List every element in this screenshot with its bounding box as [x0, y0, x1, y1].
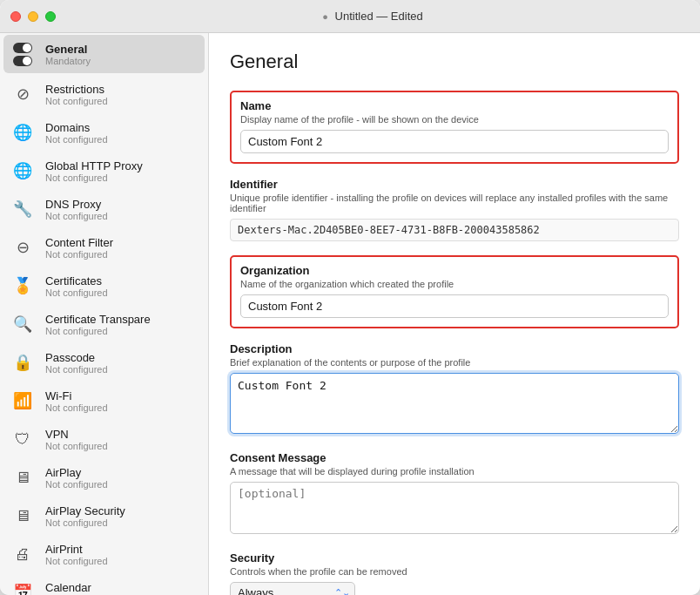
globe2-icon: 🌐 — [10, 159, 35, 183]
toggle-icon — [10, 42, 35, 66]
sidebar-item-airplay-security[interactable]: 🖥 AirPlay Security Not configured — [0, 497, 208, 535]
sidebar-item-dns-proxy[interactable]: 🔧 DNS Proxy Not configured — [0, 190, 208, 228]
consent-label: Consent Message — [230, 451, 679, 464]
close-button[interactable] — [10, 11, 21, 22]
identifier-value: Dexters-Mac.2D405BE0-8EE7-4731-B8FB-2000… — [230, 219, 679, 241]
sidebar-item-cert-transparency[interactable]: 🔍 Certificate Transpare Not configured — [0, 305, 208, 343]
globe-icon: 🌐 — [10, 120, 35, 145]
shield-icon: 🛡 — [10, 427, 35, 451]
page-title: General — [230, 51, 679, 73]
calendar-icon: 📅 — [10, 580, 35, 595]
security-label: Security — [230, 551, 679, 565]
description-field-group: Description Brief explanation of the con… — [230, 342, 679, 437]
security-select-wrapper: Always With Authorization Never ⌃⌄ — [230, 582, 355, 595]
sidebar-item-vpn[interactable]: 🛡 VPN Not configured — [0, 420, 208, 458]
sidebar-item-restrictions[interactable]: ⊘ Restrictions Not configured — [0, 75, 208, 113]
main-content: General Name Display name of the profile… — [209, 33, 700, 595]
monitor-lock-icon: 🖥 — [10, 504, 35, 528]
identifier-field-group: Identifier Unique profile identifier - i… — [230, 178, 679, 241]
window-title: ● Untitled — Edited — [56, 10, 690, 23]
lock-icon: 🔒 — [10, 350, 35, 375]
description-desc: Brief explanation of the contents or pur… — [230, 357, 679, 368]
titlebar: ● Untitled — Edited — [0, 0, 700, 33]
doc-search-icon: 🔍 — [10, 312, 35, 336]
sidebar-item-passcode[interactable]: 🔒 Passcode Not configured — [0, 343, 208, 382]
sidebar-item-wifi[interactable]: 📶 Wi-Fi Not configured — [0, 382, 208, 420]
wifi-icon: 📶 — [10, 389, 35, 413]
sidebar-item-certificates[interactable]: 🏅 Certificates Not configured — [0, 267, 208, 305]
name-input[interactable] — [240, 130, 669, 153]
sidebar-item-general[interactable]: General Mandatory — [3, 35, 205, 73]
sidebar-item-content-filter[interactable]: ⊖ Content Filter Not configured — [0, 228, 208, 267]
badge-icon: 🏅 — [10, 274, 35, 298]
sidebar-item-domains[interactable]: 🌐 Domains Not configured — [0, 113, 208, 152]
organization-label: Organization — [240, 264, 669, 277]
consent-field-group: Consent Message A message that will be d… — [230, 451, 679, 538]
consent-desc: A message that will be displayed during … — [230, 466, 679, 477]
description-textarea[interactable]: Custom Font 2 — [230, 373, 679, 434]
monitor-icon: 🖥 — [10, 465, 35, 490]
circle-minus-icon: ⊖ — [10, 235, 35, 260]
sidebar-item-airprint[interactable]: 🖨 AirPrint Not configured — [0, 535, 208, 573]
sidebar-item-airplay[interactable]: 🖥 AirPlay Not configured — [0, 458, 208, 497]
sidebar-item-calendar[interactable]: 📅 Calendar Not configured — [0, 573, 208, 595]
description-label: Description — [230, 342, 679, 355]
consent-textarea[interactable] — [230, 482, 679, 534]
name-field-group: Name Display name of the profile - will … — [230, 91, 679, 164]
security-desc: Controls when the profile can be removed — [230, 566, 679, 577]
security-select[interactable]: Always With Authorization Never — [230, 582, 355, 595]
identifier-desc: Unique profile identifier - installing t… — [230, 193, 679, 213]
identifier-label: Identifier — [230, 178, 679, 191]
organization-input[interactable] — [240, 294, 669, 318]
no-entry-icon: ⊘ — [10, 82, 35, 106]
sidebar-item-global-http-proxy[interactable]: 🌐 Global HTTP Proxy Not configured — [0, 152, 208, 190]
minimize-button[interactable] — [28, 11, 38, 22]
organization-desc: Name of the organization which created t… — [240, 279, 669, 289]
sidebar: General Mandatory ⊘ Restrictions Not con… — [0, 33, 209, 595]
organization-field-group: Organization Name of the organization wh… — [230, 255, 679, 328]
printer-icon: 🖨 — [10, 542, 35, 566]
name-label: Name — [240, 99, 669, 112]
wrench-icon: 🔧 — [10, 197, 35, 221]
content: General Mandatory ⊘ Restrictions Not con… — [0, 33, 700, 595]
window: ● Untitled — Edited — [0, 0, 700, 595]
security-field-group: Security Controls when the profile can b… — [230, 551, 679, 595]
name-desc: Display name of the profile - will be sh… — [240, 114, 669, 125]
maximize-button[interactable] — [45, 11, 56, 22]
traffic-lights — [10, 11, 56, 22]
